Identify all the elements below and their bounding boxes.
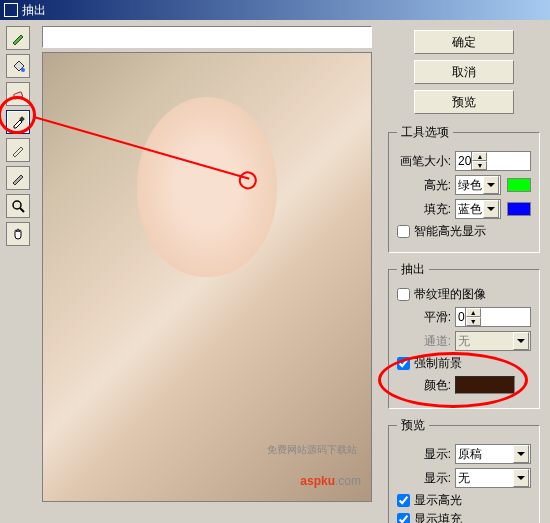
watermark-logo: aspku.com (300, 463, 361, 491)
channel-label: 通道: (397, 333, 451, 350)
center-panel: 免费网站源码下载站 aspku.com (36, 20, 378, 523)
show-select[interactable]: 原稿 (455, 444, 531, 464)
zoom-tool[interactable] (6, 194, 30, 218)
color-label: 颜色: (397, 377, 451, 394)
svg-point-3 (13, 201, 21, 209)
chevron-down-icon[interactable] (483, 200, 499, 218)
spin-up-icon[interactable]: ▲ (472, 152, 487, 161)
fill-select[interactable]: 蓝色 (455, 199, 501, 219)
fill-swatch[interactable] (507, 202, 531, 216)
sysmenu-icon (4, 3, 18, 17)
window-title: 抽出 (22, 0, 46, 20)
hand-tool[interactable] (6, 222, 30, 246)
show-fill-checkbox[interactable] (397, 513, 410, 523)
smart-highlight-checkbox[interactable] (397, 225, 410, 238)
spin-down-icon[interactable]: ▼ (466, 317, 481, 326)
chevron-down-icon[interactable] (513, 469, 529, 487)
force-foreground-label: 强制前景 (414, 355, 462, 372)
show-highlight-checkbox[interactable] (397, 494, 410, 507)
display-label: 显示: (397, 470, 451, 487)
edge-highlighter-tool[interactable] (6, 26, 30, 50)
eraser-tool[interactable] (6, 82, 30, 106)
chevron-down-icon (513, 332, 529, 350)
chevron-down-icon[interactable] (513, 445, 529, 463)
title-bar: 抽出 (0, 0, 550, 20)
options-panel: 确定 取消 预览 工具选项 画笔大小: 20▲▼ 高光: 绿色 填充: 蓝色 智… (378, 20, 550, 523)
show-fill-label: 显示填充 (414, 511, 462, 523)
svg-line-4 (20, 208, 24, 212)
highlight-label: 高光: (397, 177, 451, 194)
preview-legend: 预览 (397, 417, 429, 434)
ok-button[interactable]: 确定 (414, 30, 514, 54)
smooth-label: 平滑: (397, 309, 451, 326)
preview-group: 预览 显示: 原稿 显示: 无 显示高光 显示填充 (388, 417, 540, 523)
extract-group: 抽出 带纹理的图像 平滑: 0▲▼ 通道: 无 强制前景 颜色: (388, 261, 540, 409)
spin-down-icon[interactable]: ▼ (472, 161, 487, 170)
brush-size-label: 画笔大小: (397, 153, 451, 170)
cleanup-tool[interactable] (6, 138, 30, 162)
cancel-button[interactable]: 取消 (414, 60, 514, 84)
eyedropper-tool[interactable] (6, 110, 30, 134)
show-highlight-label: 显示高光 (414, 492, 462, 509)
color-picker[interactable] (455, 376, 515, 394)
tool-options-legend: 工具选项 (397, 124, 453, 141)
channel-select: 无 (455, 331, 531, 351)
smooth-input[interactable]: 0▲▼ (455, 307, 531, 327)
edge-touchup-tool[interactable] (6, 166, 30, 190)
textured-checkbox[interactable] (397, 288, 410, 301)
brush-size-input[interactable]: 20▲▼ (455, 151, 531, 171)
fill-tool[interactable] (6, 54, 30, 78)
highlight-select[interactable]: 绿色 (455, 175, 501, 195)
toolbar (0, 20, 36, 523)
display-select[interactable]: 无 (455, 468, 531, 488)
image-preview[interactable]: 免费网站源码下载站 aspku.com (42, 52, 372, 502)
path-bar[interactable] (42, 26, 372, 48)
smart-highlight-label: 智能高光显示 (414, 223, 486, 240)
svg-rect-1 (14, 92, 23, 99)
spin-up-icon[interactable]: ▲ (466, 308, 481, 317)
chevron-down-icon[interactable] (483, 176, 499, 194)
show-label: 显示: (397, 446, 451, 463)
tool-options-group: 工具选项 画笔大小: 20▲▼ 高光: 绿色 填充: 蓝色 智能高光显示 (388, 124, 540, 253)
watermark-tagline: 免费网站源码下载站 (267, 443, 357, 457)
highlight-swatch[interactable] (507, 178, 531, 192)
extract-legend: 抽出 (397, 261, 429, 278)
force-foreground-checkbox[interactable] (397, 357, 410, 370)
fill-label: 填充: (397, 201, 451, 218)
preview-button[interactable]: 预览 (414, 90, 514, 114)
textured-label: 带纹理的图像 (414, 286, 486, 303)
svg-point-0 (21, 68, 25, 72)
